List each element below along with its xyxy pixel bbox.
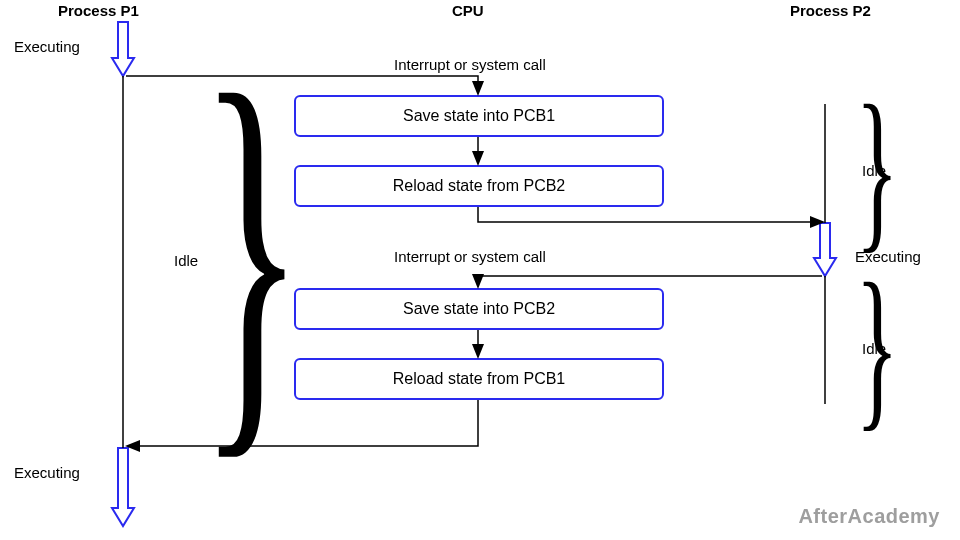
watermark: AfterAcademy (798, 505, 940, 528)
arrows-svg (0, 0, 960, 540)
context-switch-diagram: Process P1 CPU Process P2 Executing Idle… (0, 0, 960, 540)
